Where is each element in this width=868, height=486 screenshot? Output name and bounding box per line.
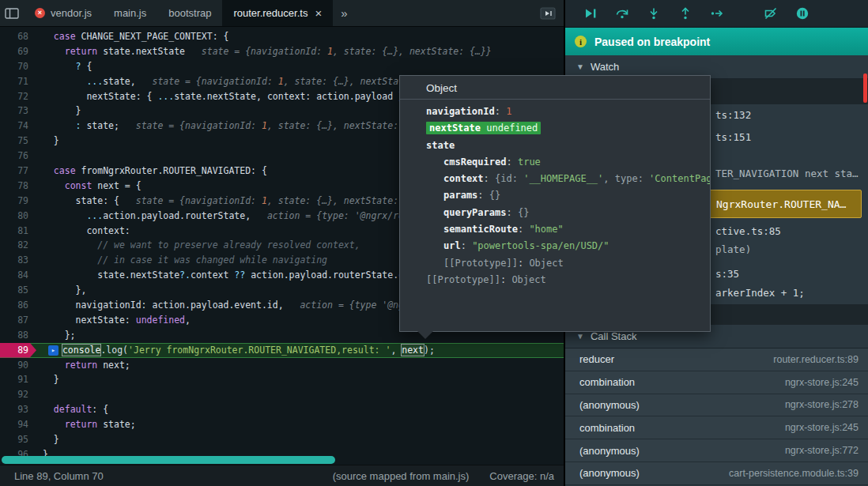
line-number[interactable]: 95	[0, 432, 36, 447]
code-text: // we want to preserve already resolved …	[36, 238, 360, 253]
object-property-row[interactable]: [[Prototype]]: Object	[400, 272, 710, 288]
line-number[interactable]: 86	[0, 298, 36, 313]
step-into-icon[interactable]	[646, 6, 662, 21]
object-property-row[interactable]: cmsRequired: true	[400, 154, 710, 171]
code-text: }	[36, 134, 59, 149]
object-property-row[interactable]: [[Prototype]]: Object	[400, 255, 710, 272]
code-text: return state.nextState state = {navigati…	[36, 44, 492, 59]
line-number[interactable]: 79	[0, 194, 36, 209]
callstack-frame[interactable]: (anonymous) cart-persistence.module.ts:3…	[565, 462, 868, 485]
paused-marker-icon[interactable]: ▸	[48, 345, 58, 356]
code-text: state.nextState?.context ?? action.paylo…	[36, 268, 442, 283]
breakpoint-snippet[interactable]: arkerIndex + 1;	[715, 287, 805, 299]
tab-label: bootstrap	[168, 7, 211, 19]
line-number[interactable]: 82	[0, 238, 36, 253]
frame-function: combination	[579, 376, 635, 388]
object-property-row[interactable]: queryParams: {}	[400, 205, 710, 221]
callstack-frame[interactable]: reducer router.reducer.ts:89	[565, 348, 868, 371]
tab-bootstrap[interactable]: bootstrap	[157, 0, 222, 26]
line-number[interactable]: 94	[0, 417, 36, 432]
step-over-icon[interactable]	[614, 6, 630, 21]
chevron-down-icon: ▼	[576, 332, 584, 341]
line-number[interactable]: 87	[0, 313, 36, 328]
code-text	[36, 387, 43, 402]
line-number[interactable]: 83	[0, 253, 36, 268]
frame-function: (anonymous)	[579, 445, 640, 457]
chevron-down-icon: ▼	[576, 62, 584, 71]
active-breakpoint-entry[interactable]: NgrxRouter.ROUTER_NA…	[706, 190, 862, 218]
breakpoint-snippet[interactable]: TER_NAVIGATION next sta…	[715, 168, 859, 179]
tab-main-js[interactable]: main.js	[103, 0, 157, 26]
tab-label: main.js	[114, 7, 146, 19]
object-property-row[interactable]: semanticRoute: "home"	[400, 221, 710, 238]
editor-tabbar: × vendor.js main.js bootstrap router.red…	[0, 0, 564, 27]
line-number[interactable]: 91	[0, 372, 36, 387]
breakpoint-entry[interactable]: ts:151	[715, 131, 751, 143]
line-number[interactable]: 74	[0, 119, 36, 134]
callstack-frame[interactable]: combination ngrx-store.js:245	[565, 371, 868, 394]
code-text: context:	[36, 224, 130, 239]
line-number[interactable]: 84	[0, 268, 36, 283]
line-number[interactable]: 71	[0, 74, 36, 89]
line-number[interactable]: 80	[0, 209, 36, 224]
close-tab-icon[interactable]: ×	[315, 6, 322, 20]
active-breakpoint-text: NgrxRouter.ROUTER_NA…	[716, 198, 846, 210]
tab-vendor-js[interactable]: × vendor.js	[24, 0, 103, 26]
resume-script-icon[interactable]	[583, 6, 598, 21]
code-text: ▸console.log('Jerry fromNgrxRouter.ROUTE…	[36, 343, 435, 358]
frame-location: ngrx-store.js:278	[785, 399, 859, 410]
object-property-row[interactable]: state	[400, 138, 710, 154]
breakpoint-scroll-marker[interactable]	[863, 73, 867, 103]
line-number[interactable]: 93	[0, 402, 36, 417]
line-number[interactable]: 77	[0, 164, 36, 179]
line-number[interactable]: 75	[0, 134, 36, 149]
line-number[interactable]: 88	[0, 328, 36, 343]
tab-label: router.reducer.ts	[233, 7, 308, 19]
code-text: }	[36, 104, 81, 119]
line-number[interactable]: 89	[0, 343, 36, 358]
breakpoint-entry[interactable]: ctive.ts:85	[715, 225, 781, 237]
line-number[interactable]: 72	[0, 89, 36, 104]
frame-location: ngrx-store.js:245	[785, 377, 859, 388]
step-out-icon[interactable]	[677, 6, 693, 21]
more-tabs-icon[interactable]: »	[333, 0, 355, 26]
line-number[interactable]: 81	[0, 224, 36, 239]
breakpoint-entry[interactable]: s:35	[715, 268, 739, 280]
code-text: nextState: undefined,	[36, 313, 191, 328]
panel-toggle-icon[interactable]	[540, 0, 556, 26]
line-number[interactable]: 70	[0, 59, 36, 74]
source-map-note: (source mapped from main.js)	[333, 470, 470, 482]
code-line: 90 return next;	[0, 358, 564, 373]
code-line: 68 case CHANGE_NEXT_PAGE_CONTEXT: {	[0, 29, 564, 44]
debugger-toolbar	[565, 0, 868, 28]
breakpoint-snippet[interactable]: plate)	[715, 243, 751, 255]
line-number[interactable]: 69	[0, 44, 36, 59]
line-number[interactable]: 78	[0, 179, 36, 194]
line-number[interactable]: 92	[0, 387, 36, 402]
object-property-row[interactable]: url: "powertools-spa/en/USD/"	[400, 238, 710, 254]
frame-function: (anonymous)	[579, 399, 640, 411]
frame-function: (anonymous)	[579, 467, 640, 479]
object-property-row[interactable]: navigationId: 1	[400, 104, 710, 120]
line-number[interactable]: 85	[0, 283, 36, 298]
callstack-frame[interactable]: combination ngrx-store.js:245	[565, 416, 868, 439]
tab-label: vendor.js	[51, 7, 92, 19]
line-number[interactable]: 73	[0, 104, 36, 119]
line-number[interactable]: 68	[0, 29, 36, 44]
object-property-row[interactable]: context: {id: '__HOMEPAGE__', type: 'Con…	[400, 171, 710, 187]
horizontal-scrollbar[interactable]	[2, 456, 335, 464]
deactivate-breakpoints-icon[interactable]	[763, 6, 779, 21]
breakpoint-entry[interactable]: ts:132	[715, 109, 751, 121]
line-number[interactable]: 76	[0, 149, 36, 164]
step-icon[interactable]	[709, 6, 725, 21]
callstack-frame[interactable]: (anonymous) ngrx-store.js:772	[565, 439, 868, 462]
object-property-row[interactable]: params: {}	[400, 187, 710, 204]
frame-location: ngrx-store.js:245	[785, 422, 859, 433]
object-property-row[interactable]: nextState undefined	[400, 120, 710, 137]
tab-router-reducer-ts[interactable]: router.reducer.ts ×	[222, 0, 333, 26]
pause-on-exceptions-icon[interactable]	[794, 6, 810, 21]
error-badge-icon: ×	[35, 8, 45, 18]
line-number[interactable]: 90	[0, 358, 36, 373]
callstack-frame[interactable]: (anonymous) ngrx-store.js:278	[565, 394, 868, 417]
toggle-navigator-icon[interactable]	[0, 0, 24, 26]
